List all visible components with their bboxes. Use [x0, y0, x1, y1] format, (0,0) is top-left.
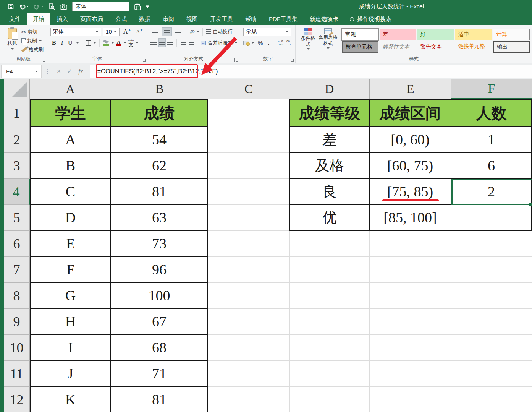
cell-E1[interactable]: 成绩区间 — [370, 99, 451, 127]
merge-dropdown-icon[interactable] — [234, 42, 238, 44]
conditional-formatting-button[interactable]: 条件格式 — [299, 27, 317, 56]
cell-C3[interactable] — [208, 153, 289, 179]
cell-B1[interactable]: 成绩 — [111, 99, 208, 127]
cell-A10[interactable]: I — [30, 335, 111, 361]
underline-dropdown-icon[interactable] — [76, 42, 79, 44]
row-header-12[interactable]: 12 — [4, 387, 30, 412]
cell-C4[interactable] — [208, 179, 289, 205]
col-header-c[interactable]: C — [208, 79, 289, 99]
cell-E4[interactable]: [75, 85) — [370, 179, 451, 205]
row-header-11[interactable]: 11 — [4, 361, 30, 387]
cell-A11[interactable]: J — [30, 361, 111, 387]
cell-B12[interactable]: 81 — [111, 387, 208, 412]
cell-E11[interactable] — [370, 361, 451, 387]
tab-file[interactable]: 文件 — [3, 13, 27, 25]
cell-A4[interactable]: C — [30, 179, 111, 205]
cell-B6[interactable]: 73 — [111, 231, 208, 257]
cell-F4-selected[interactable]: 2 — [451, 179, 532, 205]
format-painter-button[interactable]: 格式刷 — [21, 45, 44, 54]
cell-A1[interactable]: 学生 — [30, 99, 111, 127]
cell-D6[interactable] — [289, 231, 370, 257]
cell-D4[interactable]: 良 — [289, 179, 370, 205]
align-center-button[interactable] — [159, 39, 165, 47]
formula-input[interactable]: =COUNTIFS(B2:B12,">=75",B2:B12,"<85") — [90, 65, 532, 78]
tab-page-layout[interactable]: 页面布局 — [74, 13, 109, 25]
borders-dropdown-icon[interactable] — [93, 42, 96, 44]
tell-me-search[interactable]: 操作说明搜索 — [350, 13, 391, 25]
align-bottom-button[interactable] — [173, 28, 183, 36]
row-header-8[interactable]: 8 — [4, 283, 30, 309]
col-header-f[interactable]: F — [451, 79, 532, 99]
col-header-a[interactable]: A — [30, 79, 111, 99]
cell-D10[interactable] — [289, 335, 370, 361]
copy-button[interactable]: 复制 — [21, 37, 44, 45]
tab-insert[interactable]: 插入 — [50, 13, 74, 25]
font-color-dropdown-icon[interactable] — [123, 42, 126, 44]
cell-A3[interactable]: B — [30, 153, 111, 179]
style-check-cell[interactable]: 检查单元格 — [342, 41, 378, 53]
cancel-icon[interactable]: × — [57, 68, 61, 75]
style-neutral[interactable]: 适中 — [455, 29, 492, 40]
fill-color-dropdown-icon[interactable] — [111, 42, 114, 44]
cell-E8[interactable] — [370, 283, 451, 309]
cell-A8[interactable]: G — [30, 283, 111, 309]
tab-review[interactable]: 审阅 — [157, 13, 180, 25]
cell-A7[interactable]: F — [30, 257, 111, 283]
cell-A9[interactable]: H — [30, 309, 111, 335]
enter-icon[interactable]: ✓ — [67, 67, 72, 75]
cell-B7[interactable]: 96 — [111, 257, 208, 283]
cell-E6[interactable] — [370, 231, 451, 257]
cell-F5[interactable] — [451, 205, 532, 231]
merge-center-button[interactable]: 合并后居中 — [208, 39, 233, 46]
cell-D1[interactable]: 成绩等级 — [289, 99, 370, 127]
cell-B2[interactable]: 54 — [111, 127, 208, 153]
tab-new-tab[interactable]: 新建选项卡 — [304, 13, 344, 25]
cell-C11[interactable] — [208, 361, 289, 387]
copy-dropdown-icon[interactable] — [39, 40, 42, 42]
cell-C1[interactable] — [208, 99, 289, 127]
style-explanatory-text[interactable]: 解释性文本 — [380, 41, 416, 53]
undo-dropdown-icon[interactable] — [26, 6, 29, 7]
row-header-3[interactable]: 3 — [4, 153, 30, 179]
select-all-button[interactable] — [4, 79, 30, 99]
cell-F8[interactable] — [451, 283, 532, 309]
paste-button[interactable]: 粘贴 — [3, 27, 21, 56]
undo-button[interactable] — [19, 4, 29, 10]
cell-C12[interactable] — [208, 387, 289, 412]
cell-C6[interactable] — [208, 231, 289, 257]
cell-F1[interactable]: 人数 — [451, 99, 532, 127]
decrease-decimal-button[interactable]: .00→.0 — [285, 39, 291, 46]
cell-D7[interactable] — [289, 257, 370, 283]
row-header-5[interactable]: 5 — [4, 205, 30, 231]
cell-A6[interactable]: E — [30, 231, 111, 257]
shrink-font-button[interactable]: A▼ — [135, 28, 145, 35]
insert-function-icon[interactable]: fx — [78, 68, 83, 75]
tab-data[interactable]: 数据 — [133, 13, 157, 25]
paste-qat-icon[interactable] — [134, 3, 141, 10]
cell-A12[interactable]: K — [30, 387, 111, 412]
col-header-d[interactable]: D — [289, 79, 370, 99]
tab-formulas[interactable]: 公式 — [109, 13, 133, 25]
increase-decimal-button[interactable]: ←.0.00 — [277, 39, 283, 46]
align-middle-button[interactable] — [162, 28, 171, 36]
orientation-icon[interactable]: ab — [188, 28, 196, 35]
cell-C10[interactable] — [208, 335, 289, 361]
align-right-button[interactable] — [167, 39, 174, 47]
cell-F6[interactable] — [451, 231, 532, 257]
cell-C9[interactable] — [208, 309, 289, 335]
percent-style-button[interactable]: % — [256, 40, 264, 46]
tab-pdf-tools[interactable]: PDF工具集 — [263, 13, 304, 25]
print-preview-icon[interactable] — [49, 3, 55, 10]
name-box[interactable]: F4 — [1, 65, 42, 78]
font-dialog-launcher-icon[interactable] — [142, 58, 146, 62]
cell-E10[interactable] — [370, 335, 451, 361]
phonetic-dropdown-icon[interactable] — [136, 42, 139, 44]
cell-E3[interactable]: [60, 75) — [370, 153, 451, 179]
cell-F3[interactable]: 6 — [451, 153, 532, 179]
row-header-9[interactable]: 9 — [4, 309, 30, 335]
cell-A2[interactable]: A — [30, 127, 111, 153]
row-header-7[interactable]: 7 — [4, 257, 30, 283]
cell-F11[interactable] — [451, 361, 532, 387]
cell-E2[interactable]: [0, 60) — [370, 127, 451, 153]
name-box-dropdown-icon[interactable] — [35, 71, 38, 72]
